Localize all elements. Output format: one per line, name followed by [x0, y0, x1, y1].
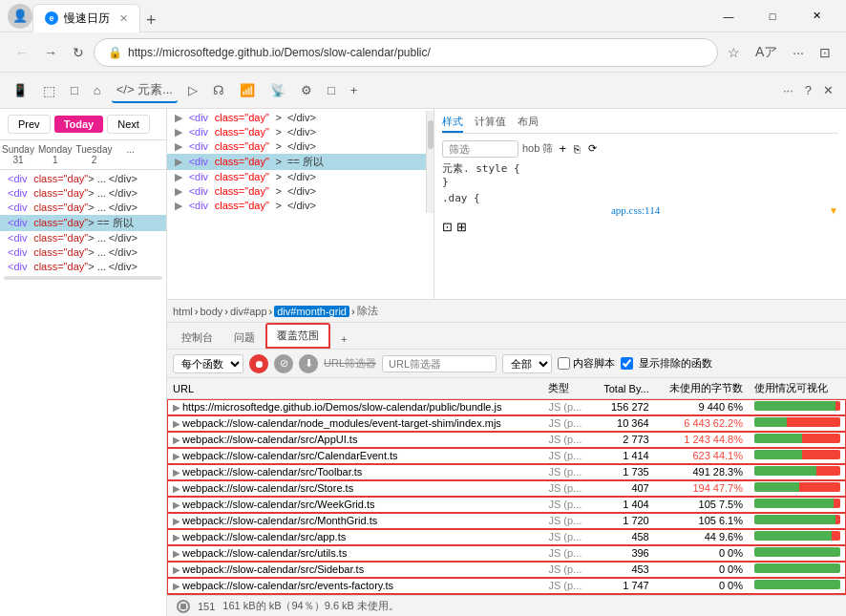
table-row[interactable]: ▶webpack://slow-calendar/src/CalendarEve… [167, 448, 846, 464]
table-row[interactable]: ▶webpack://slow-calendar/src/WeekGrid.ts… [167, 497, 846, 513]
elements-icon[interactable]: ⌂ [89, 80, 106, 100]
table-row[interactable]: ▶webpack://slow-calendar/src/app.tsJS (p… [167, 529, 846, 545]
bar-used [754, 531, 832, 541]
restore-button[interactable]: □ [751, 0, 794, 32]
table-row[interactable]: ▶webpack://slow-calendar/src/Toolbar.tsJ… [167, 464, 846, 480]
col-viz[interactable]: 使用情况可视化 [749, 378, 846, 399]
bc-app[interactable]: div#app [230, 306, 267, 317]
record-button[interactable]: ⏺ [249, 354, 268, 373]
expand-arrow-icon[interactable]: ▶ [173, 516, 180, 526]
bar-unused [802, 434, 841, 443]
col-type[interactable]: 类型 [542, 378, 592, 399]
next-button[interactable]: Next [107, 115, 150, 134]
add-icon[interactable]: + [346, 80, 363, 100]
expand-arrow-icon[interactable]: ▶ [173, 435, 180, 445]
read-aloud-button[interactable]: Aア [750, 40, 783, 65]
emulation-icon[interactable]: 📱 [8, 80, 32, 100]
all-dropdown[interactable]: 全部 [502, 354, 552, 373]
add-style-btn[interactable]: + [557, 139, 568, 158]
table-row[interactable]: ▶webpack://slow-calendar/src/utils.tsJS … [167, 545, 846, 562]
today-button[interactable]: Today [54, 116, 104, 133]
layout-tab[interactable]: 布局 [518, 113, 539, 133]
expand-arrow-icon[interactable]: ▶ [173, 451, 180, 461]
styles-filter[interactable] [442, 140, 518, 158]
table-row[interactable]: ▶https://microsoftedge.github.io/Demos/s… [167, 399, 846, 415]
tab-close-btn[interactable]: ✕ [119, 12, 128, 25]
dt-action-1[interactable]: ⊡ [442, 220, 453, 234]
play-status-icon[interactable] [177, 600, 190, 613]
bc-body[interactable]: body [200, 306, 222, 317]
more-button[interactable]: ··· [787, 41, 810, 64]
bar-cell [749, 497, 846, 513]
styles-tab[interactable]: 样式 [442, 113, 463, 133]
table-row[interactable]: ▶webpack://slow-calendar/node_modules/ev… [167, 415, 846, 432]
table-row[interactable]: ▶webpack://slow-calendar/src/MonthGrid.t… [167, 513, 846, 529]
expand-arrow-icon[interactable]: ▶ [173, 467, 180, 478]
bar-container [754, 417, 840, 427]
table-row[interactable]: ▶webpack://slow-calendar/src/events-fact… [167, 578, 846, 594]
table-row[interactable]: ▶webpack://slow-calendar/src/Sidebar.tsJ… [167, 562, 846, 578]
forward-button[interactable]: → [38, 41, 63, 64]
stop-button[interactable]: ⊘ [274, 354, 293, 373]
tab-console[interactable]: 控制台 [171, 326, 223, 349]
per-function-dropdown[interactable]: 每个函数 [173, 354, 243, 373]
refresh-button[interactable]: ↻ [67, 41, 90, 64]
settings-icon[interactable]: ⚙ [296, 80, 317, 100]
expand-arrow-icon[interactable]: ▶ [173, 548, 180, 559]
unused-cell: 0 0% [655, 545, 749, 562]
elements-tab-icon[interactable]: </> 元素... [112, 78, 178, 103]
bc-div[interactable]: 除法 [357, 304, 378, 318]
network-icon[interactable]: ☊ [208, 80, 229, 100]
new-tab-button[interactable]: + [140, 9, 162, 32]
dt-action-2[interactable]: ⊞ [456, 220, 467, 234]
col-total[interactable]: Total By... [592, 378, 655, 399]
favorites-button[interactable]: ☆ [722, 41, 746, 64]
close-button[interactable]: ✕ [794, 0, 838, 32]
help-btn[interactable]: ? [800, 80, 816, 100]
content-script-check[interactable]: 内容脚本 [558, 356, 615, 371]
wifi-icon[interactable]: 📶 [235, 80, 260, 100]
address-bar[interactable]: 🔒 https://microsoftedge.github.io/Demos/… [94, 38, 718, 67]
signal-icon[interactable]: 📡 [265, 80, 290, 100]
copy-style-btn[interactable]: ⎘ [572, 141, 582, 157]
dock-icon[interactable]: □ [323, 80, 340, 100]
play-icon[interactable]: ▷ [183, 80, 202, 100]
expand-arrow-icon[interactable]: ▶ [173, 532, 180, 542]
tab-coverage[interactable]: 覆盖范围 [265, 323, 330, 349]
rule-source-link[interactable]: app.css:114 [611, 204, 660, 216]
download-button[interactable]: ⬇ [299, 354, 318, 373]
bc-html[interactable]: html [173, 306, 193, 317]
expand-arrow-icon[interactable]: ▶ [173, 564, 180, 575]
expand-arrow-icon[interactable]: ▶ [173, 499, 180, 510]
show-hidden-checkbox[interactable] [621, 357, 633, 370]
sidebar-button[interactable]: ⊡ [814, 41, 836, 64]
inspect-icon[interactable]: ⬚ [38, 80, 60, 101]
content-script-checkbox[interactable] [558, 357, 570, 370]
tab-plus[interactable]: + [330, 329, 357, 349]
browser-tab[interactable]: e 慢速日历 ✕ [32, 4, 140, 32]
col-unused[interactable]: 未使用的字节数 [655, 378, 749, 399]
table-row[interactable]: ▶webpack://slow-calendar/src/AppUI.tsJS … [167, 432, 846, 448]
prev-button[interactable]: Prev [8, 115, 51, 134]
screen-capture-icon[interactable]: □ [66, 80, 83, 100]
devtools-close-btn[interactable]: ✕ [818, 80, 838, 100]
refresh-style-btn[interactable]: ⟳ [586, 140, 599, 157]
expand-arrow-icon[interactable]: ▶ [173, 402, 180, 413]
tuesday-header: Tuesday 2 [74, 142, 115, 167]
back-button[interactable]: ← [10, 41, 34, 64]
url-filter-input[interactable] [382, 355, 497, 372]
user-avatar[interactable]: 👤 [8, 4, 32, 29]
expand-arrow-icon[interactable]: ▶ [173, 483, 180, 494]
url-cell: ▶webpack://slow-calendar/src/MonthGrid.t… [167, 513, 542, 529]
bc-month-grid[interactable]: div#month-grid [274, 306, 349, 317]
tab-issues[interactable]: 问题 [223, 326, 265, 349]
bar-container [754, 450, 840, 459]
minimize-button[interactable]: — [707, 0, 751, 32]
more-options-btn[interactable]: ··· [778, 80, 798, 100]
col-url[interactable]: URL [167, 378, 542, 399]
expand-arrow-icon[interactable]: ▶ [173, 418, 180, 429]
table-row[interactable]: ▶webpack://slow-calendar/src/Store.tsJS … [167, 480, 846, 497]
expand-arrow-icon[interactable]: ▶ [173, 581, 180, 591]
div-element-6: ▶ <div class="day" > </div> [167, 184, 426, 199]
computed-tab[interactable]: 计算值 [475, 113, 506, 133]
